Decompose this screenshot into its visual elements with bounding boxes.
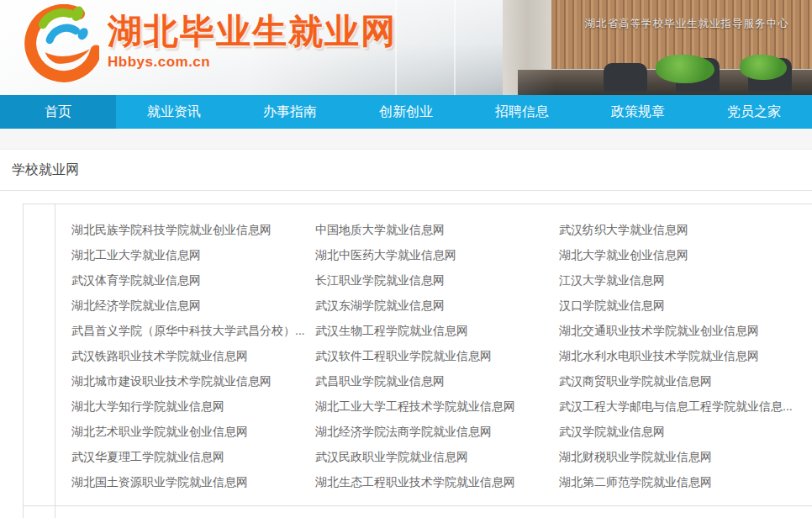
header-photo-glass-line — [454, 0, 456, 95]
spacer-strip — [0, 129, 812, 150]
nav-item-service-guide[interactable]: 办事指南 — [232, 95, 348, 129]
school-link[interactable]: 湖北财税职业学院就业信息网 — [559, 444, 812, 469]
school-link[interactable]: 湖北工业大学工程技术学院就业信息网 — [315, 394, 559, 419]
logo-title: 湖北毕业生就业网 — [108, 11, 397, 52]
logo-domain: Hbbys.com.cn — [108, 54, 397, 71]
header-photo-wall-text: 湖北省高等学校毕业生就业指导服务中心 — [565, 17, 809, 31]
school-link[interactable]: 湖北生态工程职业技术学院就业信息网 — [315, 469, 559, 494]
school-link[interactable]: 武汉体育学院就业信息网 — [71, 267, 315, 293]
main-nav: 首页 就业资讯 办事指南 创新创业 招聘信息 政策规章 党员之家 — [0, 95, 812, 129]
school-link[interactable]: 湖北大学就业创业信息网 — [559, 242, 812, 267]
section-header: 学校就业网 — [0, 150, 812, 191]
school-link[interactable]: 武汉铁路职业技术学院就业信息网 — [71, 343, 315, 368]
site-logo[interactable]: 湖北毕业生就业网 Hbbys.com.cn — [22, 4, 397, 87]
school-link[interactable]: 湖北中医药大学就业信息网 — [315, 242, 559, 267]
school-link[interactable]: 湖北经济学院就业信息网 — [71, 293, 315, 318]
nav-item-recruit-info[interactable]: 招聘信息 — [464, 95, 580, 129]
page-title: 学校就业网 — [12, 161, 79, 179]
spacer-gap — [0, 191, 812, 204]
header-photo-chair — [604, 63, 647, 92]
school-link[interactable]: 湖北城市建设职业技术学院就业信息网 — [71, 368, 315, 394]
school-link[interactable]: 江汉大学就业信息网 — [559, 267, 812, 293]
school-link[interactable]: 湖北大学知行学院就业信息网 — [71, 394, 315, 419]
school-link[interactable]: 湖北工业大学就业信息网 — [71, 242, 315, 267]
school-link[interactable]: 武昌首义学院（原华中科技大学武昌分校）... — [71, 318, 315, 343]
school-link[interactable]: 武汉生物工程学院就业信息网 — [315, 318, 559, 343]
school-link[interactable]: 武汉学院就业信息网 — [559, 419, 812, 444]
nav-item-employment-news[interactable]: 就业资讯 — [116, 95, 232, 129]
nav-item-policy[interactable]: 政策规章 — [580, 95, 696, 129]
school-link[interactable]: 湖北民族学院科技学院就业创业信息网 — [71, 217, 315, 242]
school-link[interactable]: 湖北经济学院法商学院就业信息网 — [315, 419, 559, 444]
school-link[interactable]: 长江职业学院就业信息网 — [315, 267, 559, 293]
school-link[interactable]: 湖北交通职业技术学院就业创业信息网 — [559, 318, 812, 343]
nav-item-party-home[interactable]: 党员之家 — [696, 95, 812, 129]
school-link[interactable]: 武汉华夏理工学院就业信息网 — [71, 444, 315, 469]
school-link[interactable]: 湖北水利水电职业技术学院就业信息网 — [559, 343, 812, 368]
school-link[interactable]: 武汉东湖学院就业信息网 — [315, 293, 559, 318]
header-photo-plant — [656, 55, 714, 83]
school-links-grid: 湖北民族学院科技学院就业创业信息网 中国地质大学就业信息网 武汉纺织大学就业信息… — [71, 217, 812, 494]
logo-icon — [22, 4, 99, 87]
school-link[interactable]: 中国地质大学就业信息网 — [315, 217, 559, 242]
logo-text-block: 湖北毕业生就业网 Hbbys.com.cn — [108, 4, 397, 71]
school-link[interactable]: 湖北国土资源职业学院就业信息网 — [71, 469, 315, 494]
school-links-panel: 湖北民族学院科技学院就业创业信息网 中国地质大学就业信息网 武汉纺织大学就业信息… — [23, 204, 812, 506]
site-header: 湖北省高等学校毕业生就业指导服务中心 湖北毕业生就业网 Hbbys.com.cn — [0, 0, 812, 95]
next-row-stub — [23, 506, 812, 518]
school-link[interactable]: 汉口学院就业信息网 — [559, 293, 812, 318]
nav-item-home[interactable]: 首页 — [0, 95, 116, 129]
school-link[interactable]: 湖北艺术职业学院就业创业信息网 — [71, 419, 315, 444]
school-link[interactable]: 武汉工程大学邮电与信息工程学院就业信息... — [559, 394, 812, 419]
header-photo-plant — [740, 55, 787, 80]
school-link[interactable]: 武汉纺织大学就业信息网 — [559, 217, 812, 242]
nav-item-innovation[interactable]: 创新创业 — [348, 95, 464, 129]
panel-left-rail — [24, 204, 55, 505]
school-link[interactable]: 武昌职业学院就业信息网 — [315, 368, 559, 394]
school-link[interactable]: 武汉商贸职业学院就业信息网 — [559, 368, 812, 394]
school-link[interactable]: 武汉民政职业学院就业信息网 — [315, 444, 559, 469]
school-link[interactable]: 湖北第二师范学院就业信息网 — [559, 469, 812, 494]
next-row-rail — [24, 506, 55, 518]
panel-body: 湖北民族学院科技学院就业创业信息网 中国地质大学就业信息网 武汉纺织大学就业信息… — [55, 204, 812, 505]
school-link[interactable]: 武汉软件工程职业学院就业信息网 — [315, 343, 559, 368]
